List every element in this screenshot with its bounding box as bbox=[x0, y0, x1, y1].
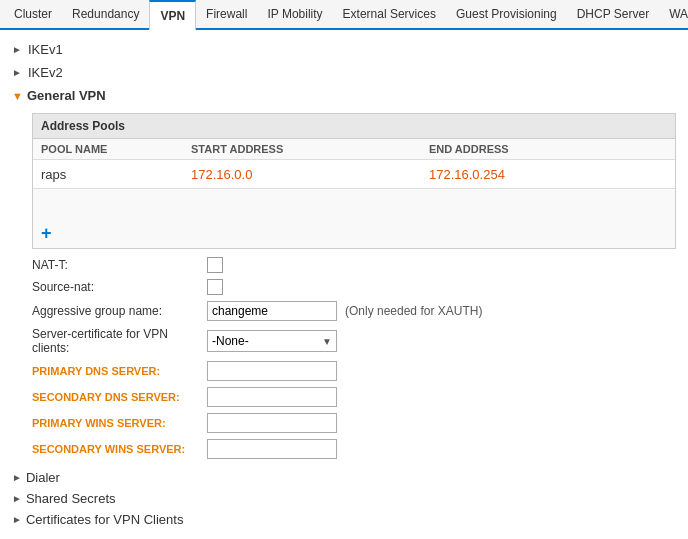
tree-item-dialer[interactable]: ► Dialer bbox=[12, 467, 676, 488]
ikev2-label: IKEv2 bbox=[28, 65, 63, 80]
nat-t-checkbox[interactable] bbox=[207, 257, 223, 273]
ikev1-label: IKEv1 bbox=[28, 42, 63, 57]
aggressive-group-label: Aggressive group name: bbox=[32, 304, 207, 318]
tab-wan[interactable]: WAN bbox=[659, 0, 688, 29]
server-certificate-select-wrapper: -None- ▼ bbox=[207, 330, 337, 352]
general-vpn-label: General VPN bbox=[27, 88, 106, 103]
primary-dns-row: PRIMARY DNS SERVER: bbox=[32, 361, 676, 381]
table-row[interactable]: raps 172.16.0.0 172.16.0.254 bbox=[33, 160, 675, 188]
col-header-pool-name: POOL NAME bbox=[41, 143, 191, 155]
tree-item-certificates[interactable]: ► Certificates for VPN Clients bbox=[12, 509, 676, 530]
tab-guest-provisioning[interactable]: Guest Provisioning bbox=[446, 0, 567, 29]
secondary-dns-row: SECONDARY DNS SERVER: bbox=[32, 387, 676, 407]
tree-item-general-vpn[interactable]: ▼ General VPN bbox=[12, 84, 676, 107]
cell-pool-name: raps bbox=[41, 167, 191, 182]
primary-dns-label: PRIMARY DNS SERVER: bbox=[32, 365, 207, 377]
tab-vpn[interactable]: VPN bbox=[149, 0, 196, 30]
primary-wins-input[interactable] bbox=[207, 413, 337, 433]
main-content: ► IKEv1 ► IKEv2 ▼ General VPN Address Po… bbox=[0, 30, 688, 539]
tab-dhcp-server[interactable]: DHCP Server bbox=[567, 0, 659, 29]
aggressive-group-input[interactable] bbox=[207, 301, 337, 321]
primary-wins-row: PRIMARY WINS SERVER: bbox=[32, 413, 676, 433]
secondary-dns-input[interactable] bbox=[207, 387, 337, 407]
tab-redundancy[interactable]: Redundancy bbox=[62, 0, 149, 29]
dialer-label: Dialer bbox=[26, 470, 60, 485]
tree-item-ikev2[interactable]: ► IKEv2 bbox=[12, 61, 676, 84]
secondary-wins-input[interactable] bbox=[207, 439, 337, 459]
tab-external-services[interactable]: External Services bbox=[333, 0, 446, 29]
certificates-label: Certificates for VPN Clients bbox=[26, 512, 184, 527]
server-certificate-label: Server-certificate for VPN clients: bbox=[32, 327, 207, 355]
address-pools-container: Address Pools POOL NAME START ADDRESS EN… bbox=[32, 113, 676, 249]
top-navigation: Cluster Redundancy VPN Firewall IP Mobil… bbox=[0, 0, 688, 30]
chevron-down-icon: ▼ bbox=[12, 90, 23, 102]
chevron-right-icon: ► bbox=[12, 472, 22, 483]
tree-item-ikev1[interactable]: ► IKEv1 bbox=[12, 38, 676, 61]
source-nat-row: Source-nat: bbox=[32, 279, 676, 295]
cell-end-address: 172.16.0.254 bbox=[429, 167, 667, 182]
table-footer: + bbox=[33, 188, 675, 248]
tree-item-shared-secrets[interactable]: ► Shared Secrets bbox=[12, 488, 676, 509]
secondary-dns-label: SECONDARY DNS SERVER: bbox=[32, 391, 207, 403]
nat-t-label: NAT-T: bbox=[32, 258, 207, 272]
tab-ip-mobility[interactable]: IP Mobility bbox=[257, 0, 332, 29]
source-nat-checkbox[interactable] bbox=[207, 279, 223, 295]
shared-secrets-label: Shared Secrets bbox=[26, 491, 116, 506]
secondary-wins-row: SECONDARY WINS SERVER: bbox=[32, 439, 676, 459]
col-header-end-address: END ADDRESS bbox=[429, 143, 667, 155]
table-column-headers: POOL NAME START ADDRESS END ADDRESS bbox=[33, 139, 675, 160]
chevron-right-icon: ► bbox=[12, 67, 28, 78]
add-pool-button[interactable]: + bbox=[41, 224, 52, 242]
server-certificate-select[interactable]: -None- bbox=[208, 331, 336, 351]
chevron-right-icon: ► bbox=[12, 514, 22, 525]
tab-firewall[interactable]: Firewall bbox=[196, 0, 257, 29]
nat-t-row: NAT-T: bbox=[32, 257, 676, 273]
col-header-start-address: START ADDRESS bbox=[191, 143, 429, 155]
secondary-wins-label: SECONDARY WINS SERVER: bbox=[32, 443, 207, 455]
cell-start-address: 172.16.0.0 bbox=[191, 167, 429, 182]
tab-cluster[interactable]: Cluster bbox=[4, 0, 62, 29]
address-pools-title: Address Pools bbox=[33, 114, 675, 139]
primary-wins-label: PRIMARY WINS SERVER: bbox=[32, 417, 207, 429]
server-certificate-row: Server-certificate for VPN clients: -Non… bbox=[32, 327, 676, 355]
chevron-right-icon: ► bbox=[12, 493, 22, 504]
chevron-right-icon: ► bbox=[12, 44, 28, 55]
vpn-form: NAT-T: Source-nat: Aggressive group name… bbox=[32, 257, 676, 459]
aggressive-group-row: Aggressive group name: (Only needed for … bbox=[32, 301, 676, 321]
primary-dns-input[interactable] bbox=[207, 361, 337, 381]
aggressive-group-note: (Only needed for XAUTH) bbox=[345, 304, 482, 318]
source-nat-label: Source-nat: bbox=[32, 280, 207, 294]
